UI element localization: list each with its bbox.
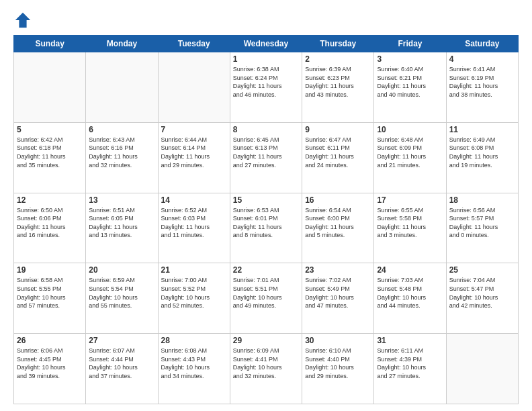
calendar-cell: 16Sunrise: 6:54 AM Sunset: 6:00 PM Dayli… bbox=[302, 193, 374, 263]
calendar-cell: 2Sunrise: 6:39 AM Sunset: 6:23 PM Daylig… bbox=[302, 52, 374, 123]
calendar-cell: 21Sunrise: 7:00 AM Sunset: 5:52 PM Dayli… bbox=[158, 263, 230, 334]
day-number: 17 bbox=[377, 195, 443, 205]
day-number: 11 bbox=[449, 125, 515, 134]
day-info: Sunrise: 7:04 AM Sunset: 5:47 PM Dayligh… bbox=[449, 276, 515, 310]
day-info: Sunrise: 6:49 AM Sunset: 6:08 PM Dayligh… bbox=[449, 136, 515, 169]
day-number: 19 bbox=[17, 265, 83, 275]
day-info: Sunrise: 7:02 AM Sunset: 5:49 PM Dayligh… bbox=[305, 276, 371, 310]
day-header-friday: Friday bbox=[374, 36, 446, 52]
calendar-cell: 4Sunrise: 6:41 AM Sunset: 6:19 PM Daylig… bbox=[446, 52, 518, 123]
calendar-cell: 30Sunrise: 6:10 AM Sunset: 4:40 PM Dayli… bbox=[302, 334, 374, 404]
day-info: Sunrise: 6:08 AM Sunset: 4:43 PM Dayligh… bbox=[161, 347, 227, 380]
calendar-cell: 6Sunrise: 6:43 AM Sunset: 6:16 PM Daylig… bbox=[86, 122, 158, 193]
days-of-week-row: SundayMondayTuesdayWednesdayThursdayFrid… bbox=[14, 36, 519, 52]
day-info: Sunrise: 6:38 AM Sunset: 6:24 PM Dayligh… bbox=[233, 65, 299, 99]
calendar-cell: 19Sunrise: 6:58 AM Sunset: 5:55 PM Dayli… bbox=[14, 263, 86, 334]
day-info: Sunrise: 6:51 AM Sunset: 6:05 PM Dayligh… bbox=[89, 206, 154, 240]
day-info: Sunrise: 6:55 AM Sunset: 5:58 PM Dayligh… bbox=[377, 206, 443, 240]
calendar-cell bbox=[446, 334, 518, 404]
calendar-cell: 3Sunrise: 6:40 AM Sunset: 6:21 PM Daylig… bbox=[374, 52, 446, 123]
day-number: 3 bbox=[377, 54, 443, 64]
day-info: Sunrise: 6:58 AM Sunset: 5:55 PM Dayligh… bbox=[17, 276, 83, 310]
calendar-cell: 5Sunrise: 6:42 AM Sunset: 6:18 PM Daylig… bbox=[14, 122, 86, 193]
day-info: Sunrise: 6:09 AM Sunset: 4:41 PM Dayligh… bbox=[233, 347, 299, 380]
calendar-cell: 10Sunrise: 6:48 AM Sunset: 6:09 PM Dayli… bbox=[374, 122, 446, 193]
day-number: 12 bbox=[17, 195, 83, 205]
day-info: Sunrise: 6:56 AM Sunset: 5:57 PM Dayligh… bbox=[449, 206, 515, 240]
day-info: Sunrise: 6:10 AM Sunset: 4:40 PM Dayligh… bbox=[305, 347, 371, 380]
day-info: Sunrise: 6:11 AM Sunset: 4:39 PM Dayligh… bbox=[377, 347, 443, 380]
day-number: 13 bbox=[89, 195, 154, 205]
calendar-cell: 1Sunrise: 6:38 AM Sunset: 6:24 PM Daylig… bbox=[230, 52, 302, 123]
calendar-cell: 27Sunrise: 6:07 AM Sunset: 4:44 PM Dayli… bbox=[86, 334, 158, 404]
day-header-tuesday: Tuesday bbox=[158, 36, 230, 52]
calendar-cell: 24Sunrise: 7:03 AM Sunset: 5:48 PM Dayli… bbox=[374, 263, 446, 334]
calendar-cell: 7Sunrise: 6:44 AM Sunset: 6:14 PM Daylig… bbox=[158, 122, 230, 193]
calendar-cell: 29Sunrise: 6:09 AM Sunset: 4:41 PM Dayli… bbox=[230, 334, 302, 404]
day-number: 22 bbox=[233, 265, 299, 275]
day-header-saturday: Saturday bbox=[446, 36, 518, 52]
week-row-1: 5Sunrise: 6:42 AM Sunset: 6:18 PM Daylig… bbox=[14, 122, 519, 193]
calendar: SundayMondayTuesdayWednesdayThursdayFrid… bbox=[13, 35, 519, 404]
day-number: 10 bbox=[377, 125, 443, 134]
calendar-cell: 14Sunrise: 6:52 AM Sunset: 6:03 PM Dayli… bbox=[158, 193, 230, 263]
day-number: 18 bbox=[449, 195, 515, 205]
day-number: 7 bbox=[161, 125, 227, 134]
day-number: 28 bbox=[161, 336, 227, 345]
day-header-thursday: Thursday bbox=[302, 36, 374, 52]
day-info: Sunrise: 6:45 AM Sunset: 6:13 PM Dayligh… bbox=[233, 136, 299, 169]
calendar-cell: 15Sunrise: 6:53 AM Sunset: 6:01 PM Dayli… bbox=[230, 193, 302, 263]
day-info: Sunrise: 6:50 AM Sunset: 6:06 PM Dayligh… bbox=[17, 206, 83, 240]
day-number: 20 bbox=[89, 265, 154, 275]
day-info: Sunrise: 6:41 AM Sunset: 6:19 PM Dayligh… bbox=[449, 65, 515, 99]
day-info: Sunrise: 6:52 AM Sunset: 6:03 PM Dayligh… bbox=[161, 206, 227, 240]
calendar-cell: 18Sunrise: 6:56 AM Sunset: 5:57 PM Dayli… bbox=[446, 193, 518, 263]
calendar-header: SundayMondayTuesdayWednesdayThursdayFrid… bbox=[14, 36, 519, 52]
calendar-cell: 13Sunrise: 6:51 AM Sunset: 6:05 PM Dayli… bbox=[86, 193, 158, 263]
day-number: 1 bbox=[233, 54, 299, 64]
day-number: 14 bbox=[161, 195, 227, 205]
week-row-2: 12Sunrise: 6:50 AM Sunset: 6:06 PM Dayli… bbox=[14, 193, 519, 263]
calendar-cell: 28Sunrise: 6:08 AM Sunset: 4:43 PM Dayli… bbox=[158, 334, 230, 404]
calendar-cell: 17Sunrise: 6:55 AM Sunset: 5:58 PM Dayli… bbox=[374, 193, 446, 263]
week-row-0: 1Sunrise: 6:38 AM Sunset: 6:24 PM Daylig… bbox=[14, 52, 519, 123]
day-number: 26 bbox=[17, 336, 83, 345]
day-header-monday: Monday bbox=[86, 36, 158, 52]
day-info: Sunrise: 6:54 AM Sunset: 6:00 PM Dayligh… bbox=[305, 206, 371, 240]
day-info: Sunrise: 6:43 AM Sunset: 6:16 PM Dayligh… bbox=[89, 136, 154, 169]
calendar-body: 1Sunrise: 6:38 AM Sunset: 6:24 PM Daylig… bbox=[14, 52, 519, 404]
day-info: Sunrise: 6:06 AM Sunset: 4:45 PM Dayligh… bbox=[17, 347, 83, 380]
day-header-sunday: Sunday bbox=[14, 36, 86, 52]
day-number: 21 bbox=[161, 265, 227, 275]
day-info: Sunrise: 6:53 AM Sunset: 6:01 PM Dayligh… bbox=[233, 206, 299, 240]
day-number: 15 bbox=[233, 195, 299, 205]
day-number: 29 bbox=[233, 336, 299, 345]
calendar-cell: 25Sunrise: 7:04 AM Sunset: 5:47 PM Dayli… bbox=[446, 263, 518, 334]
logo-icon bbox=[13, 11, 32, 30]
day-info: Sunrise: 7:00 AM Sunset: 5:52 PM Dayligh… bbox=[161, 276, 227, 310]
day-info: Sunrise: 6:07 AM Sunset: 4:44 PM Dayligh… bbox=[89, 347, 154, 380]
logo bbox=[13, 11, 35, 30]
day-number: 5 bbox=[17, 125, 83, 134]
calendar-cell: 11Sunrise: 6:49 AM Sunset: 6:08 PM Dayli… bbox=[446, 122, 518, 193]
day-number: 23 bbox=[305, 265, 371, 275]
day-number: 2 bbox=[305, 54, 371, 64]
page: SundayMondayTuesdayWednesdayThursdayFrid… bbox=[0, 0, 532, 411]
day-number: 27 bbox=[89, 336, 154, 345]
calendar-cell bbox=[86, 52, 158, 123]
day-number: 31 bbox=[377, 336, 443, 345]
calendar-cell: 31Sunrise: 6:11 AM Sunset: 4:39 PM Dayli… bbox=[374, 334, 446, 404]
day-info: Sunrise: 6:44 AM Sunset: 6:14 PM Dayligh… bbox=[161, 136, 227, 169]
day-info: Sunrise: 6:42 AM Sunset: 6:18 PM Dayligh… bbox=[17, 136, 83, 169]
calendar-cell: 23Sunrise: 7:02 AM Sunset: 5:49 PM Dayli… bbox=[302, 263, 374, 334]
day-number: 16 bbox=[305, 195, 371, 205]
calendar-cell: 26Sunrise: 6:06 AM Sunset: 4:45 PM Dayli… bbox=[14, 334, 86, 404]
day-number: 30 bbox=[305, 336, 371, 345]
day-number: 9 bbox=[305, 125, 371, 134]
day-info: Sunrise: 7:03 AM Sunset: 5:48 PM Dayligh… bbox=[377, 276, 443, 310]
calendar-cell: 9Sunrise: 6:47 AM Sunset: 6:11 PM Daylig… bbox=[302, 122, 374, 193]
day-number: 24 bbox=[377, 265, 443, 275]
day-info: Sunrise: 6:47 AM Sunset: 6:11 PM Dayligh… bbox=[305, 136, 371, 169]
day-number: 4 bbox=[449, 54, 515, 64]
calendar-cell: 20Sunrise: 6:59 AM Sunset: 5:54 PM Dayli… bbox=[86, 263, 158, 334]
